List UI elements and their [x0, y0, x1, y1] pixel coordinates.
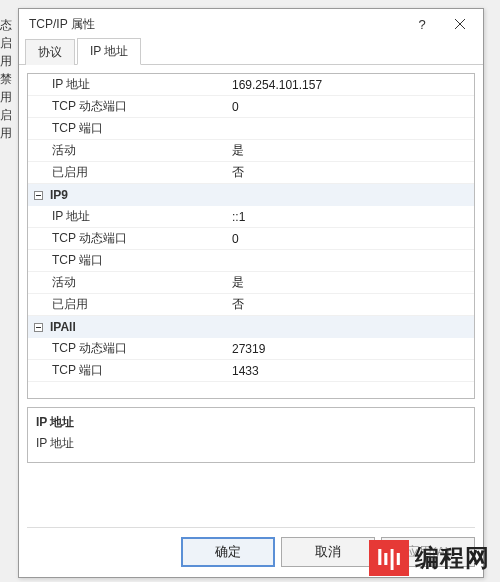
property-value[interactable]: 否 — [226, 164, 474, 181]
property-row[interactable]: IP 地址::1 — [28, 206, 474, 228]
property-category[interactable]: IP9 — [28, 184, 474, 206]
dialog-titlebar[interactable]: TCP/IP 属性 ? — [19, 9, 483, 39]
close-button[interactable] — [441, 10, 479, 38]
tabpage-ipaddress: IP 地址169.254.101.157TCP 动态端口0TCP 端口活动是已启… — [19, 65, 483, 533]
tcpip-properties-dialog: TCP/IP 属性 ? 协议 IP 地址 IP 地址169.254.101.15… — [18, 8, 484, 578]
property-row[interactable]: TCP 动态端口0 — [28, 228, 474, 250]
property-value[interactable]: 27319 — [226, 342, 474, 356]
tabstrip: 协议 IP 地址 — [19, 39, 483, 65]
property-value[interactable]: 1433 — [226, 364, 474, 378]
collapse-icon[interactable] — [31, 320, 45, 334]
property-row[interactable]: 活动是 — [28, 140, 474, 162]
property-value[interactable]: ::1 — [226, 210, 474, 224]
property-value[interactable]: 169.254.101.157 — [226, 78, 474, 92]
property-grid[interactable]: IP 地址169.254.101.157TCP 动态端口0TCP 端口活动是已启… — [27, 73, 475, 399]
watermark: lı|ı 编程网 — [369, 540, 490, 576]
property-label: 已启用 — [28, 296, 226, 313]
property-row[interactable]: TCP 动态端口0 — [28, 96, 474, 118]
property-label: TCP 动态端口 — [28, 340, 226, 357]
property-row[interactable]: 已启用否 — [28, 294, 474, 316]
cancel-button[interactable]: 取消 — [281, 537, 375, 567]
tab-ipaddress[interactable]: IP 地址 — [77, 38, 141, 65]
property-value[interactable]: 是 — [226, 142, 474, 159]
background-parent-panel: 态 启用 禁用 启用 — [0, 0, 16, 582]
description-title: IP 地址 — [36, 414, 466, 431]
property-label: IP 地址 — [28, 208, 226, 225]
category-name: IP9 — [48, 188, 474, 202]
collapse-icon[interactable] — [31, 188, 45, 202]
property-row[interactable]: 已启用否 — [28, 162, 474, 184]
property-label: IP 地址 — [28, 76, 226, 93]
property-label: TCP 端口 — [28, 362, 226, 379]
property-category[interactable]: IPAll — [28, 316, 474, 338]
property-value[interactable]: 0 — [226, 232, 474, 246]
close-icon — [455, 19, 465, 29]
property-label: TCP 动态端口 — [28, 98, 226, 115]
property-row[interactable]: TCP 端口 — [28, 118, 474, 140]
property-label: TCP 端口 — [28, 120, 226, 137]
tab-protocol[interactable]: 协议 — [25, 39, 75, 65]
property-label: 活动 — [28, 274, 226, 291]
property-label: TCP 端口 — [28, 252, 226, 269]
property-label: 活动 — [28, 142, 226, 159]
property-value[interactable]: 否 — [226, 296, 474, 313]
watermark-text: 编程网 — [415, 542, 490, 574]
help-button[interactable]: ? — [403, 10, 441, 38]
property-row[interactable]: 活动是 — [28, 272, 474, 294]
category-name: IPAll — [48, 320, 474, 334]
property-row[interactable]: TCP 端口 — [28, 250, 474, 272]
description-body: IP 地址 — [36, 435, 466, 452]
property-value[interactable]: 0 — [226, 100, 474, 114]
ok-button[interactable]: 确定 — [181, 537, 275, 567]
watermark-logo: lı|ı — [369, 540, 409, 576]
property-value[interactable]: 是 — [226, 274, 474, 291]
property-row[interactable]: TCP 端口1433 — [28, 360, 474, 382]
dialog-title: TCP/IP 属性 — [29, 16, 403, 33]
property-label: 已启用 — [28, 164, 226, 181]
description-panel: IP 地址 IP 地址 — [27, 407, 475, 463]
property-row[interactable]: IP 地址169.254.101.157 — [28, 74, 474, 96]
property-row[interactable]: TCP 动态端口27319 — [28, 338, 474, 360]
property-label: TCP 动态端口 — [28, 230, 226, 247]
